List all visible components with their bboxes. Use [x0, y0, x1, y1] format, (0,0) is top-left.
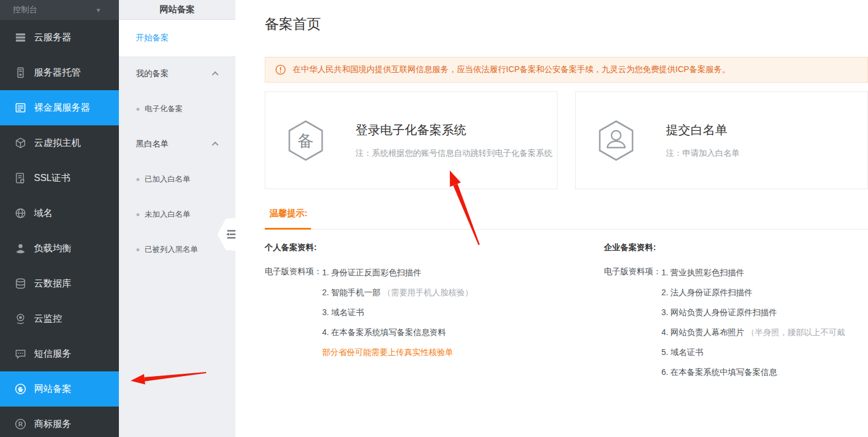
submit-whitelist-card[interactable]: 提交白名单 注：申请加入白名单	[575, 91, 868, 189]
sidebar-item-virtual-host[interactable]: 云虚拟主机	[0, 125, 119, 161]
beian-hexagon-icon: 备	[286, 120, 325, 162]
menu-item-label: 已加入白名单	[145, 174, 190, 185]
card-title: 提交白名单	[666, 122, 740, 138]
sms-service-icon	[15, 348, 26, 360]
sidebar-item-label: 裸金属服务器	[34, 102, 90, 114]
virtual-host-icon	[15, 137, 26, 149]
tips-divider: 温馨提示:	[265, 208, 868, 230]
ssl-cert-icon	[15, 172, 26, 184]
sidebar-item-label: 服务器托管	[34, 67, 81, 79]
personal-heading: 个人备案资料:	[265, 243, 604, 253]
bare-metal-icon	[15, 102, 26, 114]
card-text: 提交白名单 注：申请加入白名单	[666, 122, 740, 159]
chevron-up-icon	[212, 71, 218, 78]
icp-notice-banner: 在中华人民共和国境内提供互联网信息服务，应当依法履行ICP备案和公安备案手续，九…	[265, 57, 868, 83]
sidebar-item-label: 商标服务	[34, 418, 71, 431]
svg-text:备: 备	[17, 386, 23, 392]
sidebar-item-label: 云监控	[34, 313, 62, 325]
sidebar-item-sms-service[interactable]: 短信服务	[0, 336, 119, 371]
list-item: 3. 网站负责人身份证原件扫描件	[661, 306, 845, 318]
console-label: 控制台	[13, 5, 37, 15]
load-balancer-icon	[15, 243, 26, 254]
sidebar-item-label: 网站备案	[34, 383, 71, 395]
sidebar-item-label: 域名	[34, 207, 53, 220]
sidebar-item-server-hosting[interactable]: 服务器托管	[0, 55, 119, 90]
card-note: 注：系统根据您的账号信息自动跳转到电子化备案系统	[356, 148, 552, 159]
sidebar-item-cloud-monitor[interactable]: 云监控	[0, 301, 119, 336]
svg-text:R: R	[18, 421, 23, 428]
card-text: 登录电子化备案系统 注：系统根据您的账号信息自动跳转到电子化备案系统	[356, 122, 552, 159]
menu-item-not-whitelisted[interactable]: 未加入白名单	[119, 197, 235, 232]
enterprise-beian-column: 企业备案资料: 电子版资料项： 1. 营业执照彩色扫描件 2. 法人身份证原件扫…	[604, 243, 868, 386]
list-item: 5. 域名证书	[661, 346, 845, 358]
list-item: 2. 智能手机一部 （需要用手机人脸核验）	[322, 286, 473, 298]
website-beian-icon: 备	[15, 383, 26, 395]
sidebar-item-cloud-database[interactable]: 云数据库	[0, 266, 119, 301]
sidebar-item-label: 云数据库	[34, 278, 71, 290]
personal-materials-list: 1. 身份证正反面彩色扫描件 2. 智能手机一部 （需要用手机人脸核验） 3. …	[322, 267, 473, 366]
card-title: 登录电子化备案系统	[356, 122, 552, 138]
sidebar-item-load-balancer[interactable]: 负载均衡	[0, 231, 119, 266]
list-item: 4. 在本备案系统填写备案信息资料	[322, 326, 473, 338]
domain-globe-icon	[15, 207, 26, 219]
sidebar-item-trademark[interactable]: R 商标服务	[0, 407, 119, 437]
menu-group-label: 黑白名单	[136, 139, 169, 149]
main-content: 备案首页 在中华人民共和国境内提供互联网信息服务，应当依法履行ICP备案和公安备…	[235, 0, 868, 437]
svg-text:备: 备	[298, 132, 314, 150]
enterprise-materials-list: 1. 营业执照彩色扫描件 2. 法人身份证原件扫描件 3. 网站负责人身份证原件…	[661, 267, 845, 386]
menu-group-black-white-list[interactable]: 黑白名单	[119, 127, 235, 162]
bullet-dot	[136, 178, 139, 181]
trademark-icon: R	[15, 418, 26, 430]
secondary-sidebar: 网站备案 开始备案 我的备案 电子化备案 黑白名单 已加入白名单 未加入白名单 …	[119, 0, 235, 437]
notice-text: 在中华人民共和国境内提供互联网信息服务，应当依法履行ICP备案和公安备案手续，九…	[293, 64, 730, 75]
menu-item-electronic-beian[interactable]: 电子化备案	[119, 91, 235, 127]
list-item: 4. 网站负责人幕布照片 （半身照，腰部以上不可戴	[661, 326, 845, 338]
menu-item-start-beian[interactable]: 开始备案	[119, 20, 235, 56]
card-note: 注：申请加入白名单	[666, 148, 740, 159]
secondary-sidebar-title: 网站备案	[119, 0, 235, 20]
personal-beian-column: 个人备案资料: 电子版资料项： 1. 身份证正反面彩色扫描件 2. 智能手机一部…	[265, 243, 604, 386]
person-hexagon-icon	[597, 120, 635, 162]
list-item: 1. 身份证正反面彩色扫描件	[322, 267, 473, 278]
menu-group-my-beian[interactable]: 我的备案	[119, 56, 235, 91]
enterprise-heading: 企业备案资料:	[604, 243, 868, 253]
menu-group-label: 我的备案	[136, 69, 169, 79]
cloud-monitor-icon	[15, 313, 26, 325]
sidebar-item-label: 负载均衡	[34, 243, 71, 255]
list-item: 6. 在本备案系统中填写备案信息	[661, 366, 845, 378]
sidebar-item-label: 短信服务	[34, 348, 71, 360]
chevron-up-icon	[212, 142, 218, 148]
primary-sidebar: 控制台 ▼ 云服务器 服务器托管 裸金属服务器 云虚拟主机 SSL证书 域名 负…	[0, 0, 119, 437]
tips-tab: 温馨提示:	[265, 208, 311, 230]
bullet-dot	[136, 213, 139, 216]
warning-exclamation-icon	[275, 64, 286, 75]
sidebar-item-cloud-server[interactable]: 云服务器	[0, 20, 119, 55]
sidebar-item-ssl-cert[interactable]: SSL证书	[0, 161, 119, 196]
list-item-note: （需要用手机人脸核验）	[382, 288, 473, 297]
chevron-down-icon: ▼	[95, 7, 101, 13]
menu-item-blacklisted[interactable]: 已被列入黑名单	[119, 232, 235, 267]
list-item-note: （半身照，腰部以上不可戴	[747, 327, 845, 337]
cloud-database-icon	[15, 278, 26, 289]
list-item: 2. 法人身份证原件扫描件	[661, 286, 845, 298]
collapse-list-icon	[225, 229, 237, 240]
province-warning-text: 部分省份可能需要上传真实性核验单	[322, 346, 473, 358]
materials-label: 电子版资料项：	[265, 267, 322, 366]
page-title: 备案首页	[265, 15, 868, 33]
sidebar-item-label: 云服务器	[34, 32, 71, 44]
cloud-server-icon	[15, 32, 26, 43]
bullet-dot	[136, 108, 139, 111]
sidebar-item-label: SSL证书	[34, 172, 70, 185]
sidebar-item-domain[interactable]: 域名	[0, 196, 119, 231]
sidebar-item-bare-metal[interactable]: 裸金属服务器	[0, 90, 119, 125]
sidebar-item-website-beian[interactable]: 备 网站备案	[0, 371, 119, 407]
materials-label: 电子版资料项：	[604, 267, 661, 386]
menu-item-whitelisted[interactable]: 已加入白名单	[119, 162, 235, 197]
login-ebeian-card[interactable]: 备 登录电子化备案系统 注：系统根据您的账号信息自动跳转到电子化备案系统	[265, 91, 558, 189]
console-switcher[interactable]: 控制台 ▼	[0, 0, 119, 20]
list-item: 1. 营业执照彩色扫描件	[661, 267, 845, 278]
menu-item-label: 未加入白名单	[145, 209, 190, 220]
menu-item-label: 电子化备案	[145, 104, 183, 114]
menu-item-label: 已被列入黑名单	[145, 244, 198, 255]
server-hosting-icon	[15, 67, 26, 78]
